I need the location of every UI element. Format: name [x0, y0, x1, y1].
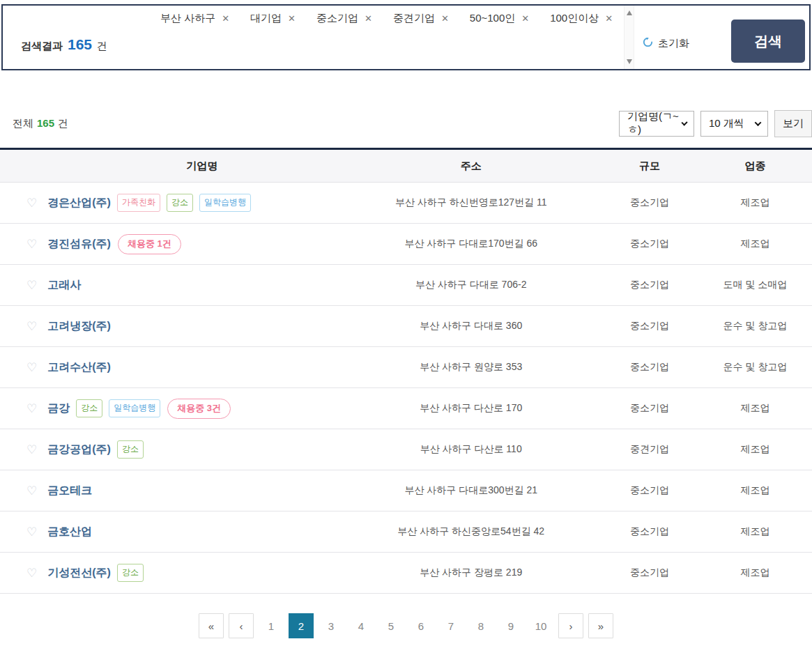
company-size: 중견기업 [601, 429, 698, 470]
filter-scrollbar[interactable] [624, 6, 634, 69]
table-row: ♡ 금강 강소일학습병행채용중 3건 부산 사하구 다산로 170 중소기업 제… [0, 388, 812, 429]
company-badge-blue: 일학습병행 [109, 399, 160, 417]
company-address: 부산 사하구 하신중앙로54번길 42 [341, 512, 601, 553]
company-industry: 제조업 [698, 553, 812, 594]
company-address: 부산 사하구 다산로 170 [341, 388, 601, 429]
company-size: 중소기업 [601, 388, 698, 429]
table-row: ♡ 금호산업 부산 사하구 하신중앙로54번길 42 중소기업 제조업 [0, 512, 812, 553]
favorite-heart-icon[interactable]: ♡ [26, 567, 37, 579]
filter-tag: 대기업✕ [250, 12, 296, 25]
favorite-heart-icon[interactable]: ♡ [26, 485, 37, 497]
prev-page-button[interactable]: ‹ [229, 613, 254, 638]
company-address: 부산 사하구 다산로 110 [341, 429, 601, 470]
refresh-icon [642, 36, 654, 51]
scroll-down-icon[interactable] [627, 59, 632, 64]
filter-tag-label: 50~100인 [470, 12, 515, 25]
search-button[interactable]: 검색 [731, 20, 805, 63]
company-industry: 제조업 [698, 429, 812, 470]
company-name-link[interactable]: 경은산업(주) [47, 196, 111, 210]
filter-tag-label: 100인이상 [550, 12, 599, 25]
total-count: 165 [37, 117, 54, 129]
page-number[interactable]: 9 [498, 613, 523, 638]
scroll-up-icon[interactable] [627, 10, 632, 15]
page-number[interactable]: 4 [348, 613, 374, 638]
view-button[interactable]: 보기 [774, 110, 812, 137]
filter-remove-icon[interactable]: ✕ [521, 14, 529, 23]
favorite-heart-icon[interactable]: ♡ [26, 321, 37, 332]
selected-filter-tags: 부산 사하구✕대기업✕중소기업✕중견기업✕50~100인✕100인이상✕ [160, 12, 613, 25]
page-number-active[interactable]: 2 [289, 613, 314, 638]
search-result-count: 165 [68, 36, 92, 53]
company-name-link[interactable]: 기성전선(주) [47, 566, 111, 580]
company-name-link[interactable]: 고래사 [47, 278, 81, 293]
filter-remove-icon[interactable]: ✕ [365, 14, 372, 23]
next-page-button[interactable]: › [558, 613, 583, 638]
table-row: ♡ 고려수산(주) 부산 사하구 원양로 353 중소기업 운수 및 창고업 [0, 347, 812, 388]
company-size: 중소기업 [601, 224, 698, 265]
total-unit: 건 [58, 117, 68, 130]
company-size: 중소기업 [601, 306, 698, 347]
company-size: 중소기업 [601, 183, 698, 224]
recruiting-badge[interactable]: 채용중 3건 [167, 399, 231, 419]
page-number[interactable]: 1 [259, 613, 284, 638]
favorite-heart-icon[interactable]: ♡ [26, 197, 37, 209]
reset-button[interactable]: 초기화 [642, 36, 689, 51]
column-header-size: 규모 [601, 149, 698, 183]
page-number[interactable]: 7 [438, 613, 464, 638]
company-name-link[interactable]: 금오테크 [47, 484, 92, 498]
favorite-heart-icon[interactable]: ♡ [26, 279, 37, 291]
company-industry: 제조업 [698, 512, 812, 553]
company-badge-green: 강소 [117, 564, 144, 582]
first-page-button[interactable]: « [199, 613, 224, 638]
search-result-count-line: 검색결과 165 건 [21, 36, 107, 53]
favorite-heart-icon[interactable]: ♡ [26, 362, 37, 374]
company-name-link[interactable]: 금호산업 [47, 525, 92, 539]
company-name-link[interactable]: 금강 [47, 401, 70, 416]
page-number[interactable]: 10 [528, 613, 553, 638]
filter-tag-label: 중소기업 [316, 12, 358, 25]
page-number[interactable]: 3 [319, 613, 344, 638]
company-name-link[interactable]: 금강공업(주) [47, 443, 111, 457]
last-page-button[interactable]: » [588, 613, 613, 638]
company-size: 중소기업 [601, 265, 698, 306]
pagination: « ‹ 12345678910 › » [0, 613, 812, 638]
page-number[interactable]: 6 [408, 613, 434, 638]
company-address: 부산 사하구 원양로 353 [341, 347, 601, 388]
reset-label: 초기화 [658, 37, 689, 50]
column-header-address: 주소 [341, 149, 601, 183]
filter-remove-icon[interactable]: ✕ [441, 14, 449, 23]
company-industry: 운수 및 창고업 [698, 347, 812, 388]
search-result-label: 검색결과 [21, 40, 63, 53]
filter-tag-label: 대기업 [250, 12, 282, 25]
favorite-heart-icon[interactable]: ♡ [26, 403, 37, 415]
page-size-select-value: 10 개씩 [709, 117, 744, 130]
table-row: ♡ 금오테크 부산 사하구 다대로300번길 21 중소기업 제조업 [0, 470, 812, 512]
table-header-row: 기업명 주소 규모 업종 [0, 149, 812, 183]
recruiting-badge[interactable]: 채용중 1건 [118, 234, 181, 254]
page-number[interactable]: 8 [468, 613, 493, 638]
favorite-heart-icon[interactable]: ♡ [26, 238, 37, 250]
chevron-down-icon [755, 119, 762, 126]
list-controls: 전체 165 건 기업명(ㄱ~ㅎ) 10 개씩 보기 [0, 110, 812, 137]
company-address: 부산 사하구 다대로 360 [341, 306, 601, 347]
filter-remove-icon[interactable]: ✕ [605, 14, 613, 23]
table-row: ♡ 경진섬유(주) 채용중 1건 부산 사하구 다대로170번길 66 중소기업… [0, 224, 812, 265]
table-row: ♡ 금강공업(주) 강소 부산 사하구 다산로 110 중견기업 제조업 [0, 429, 812, 470]
company-industry: 제조업 [698, 183, 812, 224]
company-name-link[interactable]: 경진섬유(주) [47, 237, 111, 252]
favorite-heart-icon[interactable]: ♡ [26, 444, 37, 456]
company-address: 부산 사하구 다대로300번길 21 [341, 470, 601, 512]
table-row: ♡ 기성전선(주) 강소 부산 사하구 장평로 219 중소기업 제조업 [0, 553, 812, 594]
company-name-link[interactable]: 고려수산(주) [47, 360, 111, 375]
filter-tag: 중소기업✕ [316, 12, 372, 25]
total-label: 전체 [13, 117, 33, 130]
filter-remove-icon[interactable]: ✕ [222, 14, 229, 23]
filter-remove-icon[interactable]: ✕ [288, 14, 296, 23]
search-result-unit: 건 [97, 40, 107, 53]
filter-tag-label: 부산 사하구 [160, 12, 215, 25]
company-name-link[interactable]: 고려냉장(주) [47, 319, 111, 334]
page-size-select[interactable]: 10 개씩 [700, 111, 768, 137]
favorite-heart-icon[interactable]: ♡ [26, 526, 37, 538]
page-number[interactable]: 5 [378, 613, 404, 638]
sort-select[interactable]: 기업명(ㄱ~ㅎ) [619, 111, 694, 137]
